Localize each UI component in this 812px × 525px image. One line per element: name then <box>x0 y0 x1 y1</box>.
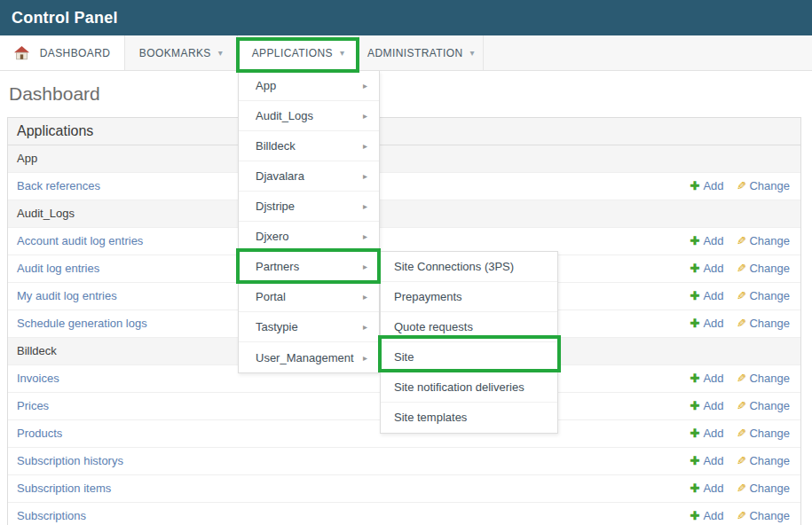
model-link[interactable]: Schedule generation logs <box>17 310 147 337</box>
plus-icon: ✚ <box>690 262 700 275</box>
tab-label: ADMINISTRATION <box>367 47 462 59</box>
app-group-row: Audit_Logs <box>8 200 800 228</box>
change-link[interactable]: ✎Change <box>737 310 790 337</box>
add-link[interactable]: ✚Add <box>690 448 724 474</box>
tab-administration[interactable]: ADMINISTRATION ▾ <box>359 35 484 70</box>
change-link[interactable]: ✎Change <box>737 228 790 255</box>
menu-item-billdeck[interactable]: Billdeck ▸ <box>239 131 379 161</box>
add-link[interactable]: ✚Add <box>690 420 724 447</box>
pencil-icon: ✎ <box>737 393 746 419</box>
pencil-icon: ✎ <box>737 365 746 392</box>
submenu-item-site[interactable]: Site <box>381 342 557 372</box>
change-link[interactable]: ✎Change <box>737 393 790 419</box>
app-group-row: App <box>8 145 800 173</box>
add-link[interactable]: ✚Add <box>690 503 724 525</box>
change-link[interactable]: ✎Change <box>737 503 790 525</box>
change-link[interactable]: ✎Change <box>737 475 790 502</box>
plus-icon: ✚ <box>690 399 700 412</box>
menu-item-portal[interactable]: Portal ▸ <box>239 282 379 312</box>
tab-applications[interactable]: APPLICATIONS ▾ <box>238 35 359 70</box>
page-title-brand: Control Panel <box>12 9 118 27</box>
change-link[interactable]: ✎Change <box>737 255 790 282</box>
model-link[interactable]: Subscription historys <box>17 448 123 474</box>
tab-bookmarks[interactable]: BOOKMARKS ▾ <box>125 35 238 70</box>
tab-dashboard[interactable]: DASHBOARD <box>0 35 125 70</box>
menu-item-djxero[interactable]: Djxero ▸ <box>239 222 379 252</box>
chevron-right-icon: ▸ <box>363 231 367 241</box>
model-link[interactable]: Subscription items <box>17 475 111 502</box>
change-link[interactable]: ✎Change <box>737 283 790 310</box>
table-row: Back references ✚Add ✎Change <box>8 173 800 200</box>
model-link[interactable]: Audit log entries <box>17 255 99 282</box>
add-link[interactable]: ✚Add <box>690 255 724 282</box>
model-link[interactable]: My audit log entries <box>17 283 117 310</box>
row-actions: ✚Add ✎Change <box>690 503 791 525</box>
pencil-icon: ✎ <box>737 283 746 310</box>
add-link[interactable]: ✚Add <box>690 283 724 310</box>
chevron-right-icon: ▸ <box>363 111 367 121</box>
applications-panel-header: Applications <box>8 118 800 145</box>
submenu-item-prepayments[interactable]: Prepayments <box>381 282 557 312</box>
plus-icon: ✚ <box>690 509 700 522</box>
model-link[interactable]: Back references <box>17 173 100 200</box>
submenu-item-site-connections-3ps[interactable]: Site Connections (3PS) <box>381 252 557 282</box>
add-link[interactable]: ✚Add <box>690 173 724 200</box>
chevron-down-icon: ▾ <box>218 48 223 58</box>
add-link[interactable]: ✚Add <box>690 365 724 392</box>
tab-label: BOOKMARKS <box>139 47 211 59</box>
model-link[interactable]: Account audit log entries <box>17 228 143 255</box>
partners-submenu: Site Connections (3PS) Prepayments Quote… <box>380 251 558 434</box>
chevron-right-icon: ▸ <box>363 171 367 181</box>
add-link[interactable]: ✚Add <box>690 393 724 419</box>
plus-icon: ✚ <box>690 372 700 385</box>
plus-icon: ✚ <box>690 317 700 330</box>
menu-item-user-management[interactable]: User_Management ▸ <box>239 342 379 372</box>
chevron-right-icon: ▸ <box>363 322 367 332</box>
menu-item-djavalara[interactable]: Djavalara ▸ <box>239 161 379 192</box>
plus-icon: ✚ <box>690 454 700 467</box>
model-link[interactable]: Products <box>17 420 62 447</box>
row-actions: ✚Add ✎Change <box>690 393 791 419</box>
navbar: DASHBOARD BOOKMARKS ▾ APPLICATIONS ▾ ADM… <box>0 35 812 71</box>
menu-item-audit-logs[interactable]: Audit_Logs ▸ <box>239 101 379 131</box>
menu-item-partners[interactable]: Partners ▸ <box>239 252 379 282</box>
change-link[interactable]: ✎Change <box>737 448 790 474</box>
menu-item-djstripe[interactable]: Djstripe ▸ <box>239 192 379 222</box>
plus-icon: ✚ <box>690 427 700 440</box>
row-actions: ✚Add ✎Change <box>690 255 791 282</box>
chevron-right-icon: ▸ <box>363 353 367 363</box>
model-link[interactable]: Prices <box>17 393 49 419</box>
pencil-icon: ✎ <box>737 228 746 255</box>
chevron-right-icon: ▸ <box>363 141 367 151</box>
add-link[interactable]: ✚Add <box>690 475 724 502</box>
plus-icon: ✚ <box>690 234 700 247</box>
row-actions: ✚Add ✎Change <box>690 173 791 200</box>
row-actions: ✚Add ✎Change <box>690 365 791 392</box>
pencil-icon: ✎ <box>737 448 746 474</box>
row-actions: ✚Add ✎Change <box>690 448 791 474</box>
menu-item-tastypie[interactable]: Tastypie ▸ <box>239 312 379 342</box>
table-row: Subscription items ✚Add ✎Change <box>8 475 800 503</box>
pencil-icon: ✎ <box>737 420 746 447</box>
tab-label: DASHBOARD <box>40 47 111 59</box>
chevron-right-icon: ▸ <box>363 292 367 302</box>
chevron-down-icon: ▾ <box>340 48 344 58</box>
pencil-icon: ✎ <box>737 475 746 502</box>
change-link[interactable]: ✎Change <box>737 173 790 200</box>
submenu-item-site-notification-deliveries[interactable]: Site notification deliveries <box>381 372 557 403</box>
table-row: Subscription historys ✚Add ✎Change <box>8 448 800 475</box>
app-header: Control Panel <box>0 0 812 35</box>
model-link[interactable]: Subscriptions <box>17 503 86 525</box>
menu-item-app[interactable]: App ▸ <box>239 71 379 101</box>
submenu-item-site-templates[interactable]: Site templates <box>381 403 557 433</box>
model-link[interactable]: Invoices <box>17 365 59 392</box>
change-link[interactable]: ✎Change <box>737 365 790 392</box>
add-link[interactable]: ✚Add <box>690 228 724 255</box>
row-actions: ✚Add ✎Change <box>690 475 791 502</box>
page-title: Dashboard <box>9 83 801 105</box>
chevron-right-icon: ▸ <box>363 81 367 90</box>
add-link[interactable]: ✚Add <box>690 310 724 337</box>
submenu-item-quote-requests[interactable]: Quote requests <box>381 312 557 342</box>
change-link[interactable]: ✎Change <box>737 420 790 447</box>
tab-label: APPLICATIONS <box>252 47 333 59</box>
